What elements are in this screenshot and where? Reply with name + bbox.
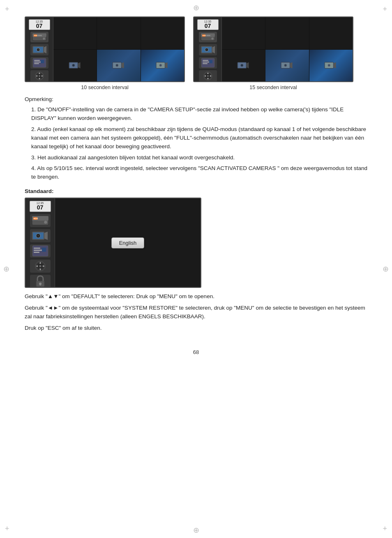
hdd-icon-10s: HDD: [30, 32, 48, 42]
screenshot-15s: 12:35 07 HDD: [193, 16, 353, 90]
camera-icon-15s-cell4: [236, 60, 251, 71]
cam-icon-standaard: [30, 229, 51, 242]
dvr-cell-15s-1: [222, 17, 265, 49]
camera-icon-15s-cell5: [280, 60, 295, 71]
lock-icon-standaard: [30, 275, 51, 288]
menu-icon-15s: [199, 57, 217, 69]
svg-rect-14: [34, 63, 39, 64]
corner-mark-tl: +: [5, 5, 9, 14]
notes-list: 1. De "ON/OFF"-instelling van de camera …: [25, 106, 367, 182]
time-display-standaard: 12:35 07: [30, 201, 51, 212]
svg-marker-89: [44, 232, 48, 240]
menu-icon-10s: [30, 57, 48, 69]
svg-rect-95: [34, 252, 39, 253]
svg-rect-5: [38, 35, 42, 36]
svg-text:HDD: HDD: [202, 34, 206, 37]
svg-point-63: [207, 75, 209, 77]
dvr-main-standaard: English: [55, 198, 201, 287]
corner-mark-tr: +: [383, 5, 387, 14]
camera-icon-cell6: [155, 60, 170, 71]
dvr-cell-4: [53, 50, 97, 82]
dvr-sidebar-standaard: 12:35 07 HDD: [25, 198, 55, 287]
svg-text:HDD: HDD: [33, 217, 38, 220]
dvr-cell-15s-2: [265, 17, 309, 49]
standaard-screen-wrapper: 12:35 07 HDD: [25, 198, 367, 288]
dvr-screen-15s: 12:35 07 HDD: [193, 16, 353, 82]
dvr-cell-15s-5: [265, 50, 309, 82]
menu-icon-standaard: [30, 244, 51, 258]
svg-rect-53: [203, 60, 208, 61]
note-text-3: Het audiokanaal zal aangesloten blijven …: [37, 154, 235, 161]
time-big-standaard: 07: [31, 205, 49, 211]
svg-rect-96: [42, 248, 46, 252]
svg-point-91: [37, 235, 39, 237]
svg-point-81: [328, 65, 330, 66]
note-item-4: 4. Als op 5/10/15 sec. interval wordt in…: [25, 164, 367, 182]
note-number-1: 1.: [31, 106, 37, 113]
dvr-screen-standaard: 12:35 07 HDD: [25, 198, 201, 288]
svg-point-43: [211, 37, 214, 40]
camera-icon-cell5: [111, 60, 126, 71]
svg-rect-54: [203, 62, 210, 62]
svg-marker-8: [44, 46, 46, 53]
camera-icon-15s-cell6: [323, 60, 338, 71]
svg-rect-52: [201, 58, 214, 67]
standaard-section: Standaard: 12:35 07 HDD: [25, 188, 367, 288]
svg-rect-11: [33, 58, 46, 67]
ptz-icon-10s: [30, 70, 48, 82]
svg-marker-28: [78, 62, 80, 69]
dvr-cell-6: [141, 50, 184, 82]
svg-point-35: [116, 65, 118, 66]
camera-icon-cell4: [68, 60, 83, 71]
svg-point-2: [43, 37, 45, 40]
svg-rect-93: [34, 248, 40, 249]
svg-rect-56: [209, 60, 212, 63]
dvr-main-grid-15s: [222, 17, 353, 81]
corner-mark-br: +: [383, 524, 387, 533]
right-center-mark: ⊕: [383, 264, 389, 274]
svg-point-10: [37, 49, 39, 51]
screen-label-10s: 10 seconden interval: [81, 85, 128, 90]
svg-rect-55: [203, 63, 208, 64]
note-text-2: Audio (enkel kanaal op elk moment) zal b…: [31, 126, 366, 149]
time-big-10s: 07: [30, 23, 48, 29]
bottom-text: Gebruik "▲▼" om "DEFAULT" te selecteren:…: [25, 292, 367, 332]
screen-label-15s: 15 seconden interval: [249, 85, 297, 90]
svg-point-22: [39, 75, 40, 77]
english-button[interactable]: English: [111, 237, 145, 248]
time-display-15s: 12:35 07: [197, 19, 219, 30]
page-number: 68: [25, 349, 367, 355]
standaard-title: Standaard:: [25, 188, 367, 194]
corner-mark-bl: +: [5, 524, 9, 533]
svg-point-51: [206, 49, 208, 51]
note-item-2: 2. Audio (enkel kanaal op elk moment) za…: [25, 125, 367, 151]
svg-marker-74: [290, 62, 293, 69]
time-display-10s: 12:35 07: [29, 19, 50, 30]
note-text-1: De "ON/OFF"-instelling van de camera in …: [31, 106, 344, 121]
svg-rect-106: [39, 284, 41, 285]
dvr-cell-15s-6: [309, 50, 353, 82]
dvr-screen-10s: 12:35 07 HDD: [25, 16, 185, 82]
svg-marker-49: [212, 46, 215, 53]
svg-point-40: [160, 65, 161, 66]
svg-marker-33: [122, 62, 124, 69]
svg-text:HDD: HDD: [34, 34, 37, 37]
bottom-line-2: Gebruik "◄►" om de systeemtaal voor "SYS…: [25, 303, 367, 321]
svg-marker-38: [165, 62, 168, 69]
bottom-line-1: Gebruik "▲▼" om "DEFAULT" te selecteren:…: [25, 292, 367, 301]
dvr-cell-2: [97, 17, 140, 49]
svg-rect-46: [206, 35, 210, 36]
dvr-main-grid-10s: [53, 17, 184, 81]
dvr-cell-5: [97, 50, 140, 82]
screenshot-10s: 12:35 07 HDD: [25, 16, 185, 90]
notes-heading: Opmerking:: [25, 95, 367, 104]
hdd-icon-15s: HDD: [199, 32, 217, 42]
svg-marker-69: [246, 62, 249, 69]
dvr-cell-3: [141, 17, 184, 49]
left-center-mark: ⊕: [3, 264, 9, 274]
ptz-icon-standaard: [30, 260, 51, 273]
bottom-line-3: Druk op "ESC" om af te sluiten.: [25, 324, 367, 333]
bottom-center-mark: ⊕: [193, 526, 199, 535]
note-item-1: 1. De "ON/OFF"-instelling van de camera …: [25, 106, 367, 123]
ptz-icon-15s: [199, 70, 217, 82]
